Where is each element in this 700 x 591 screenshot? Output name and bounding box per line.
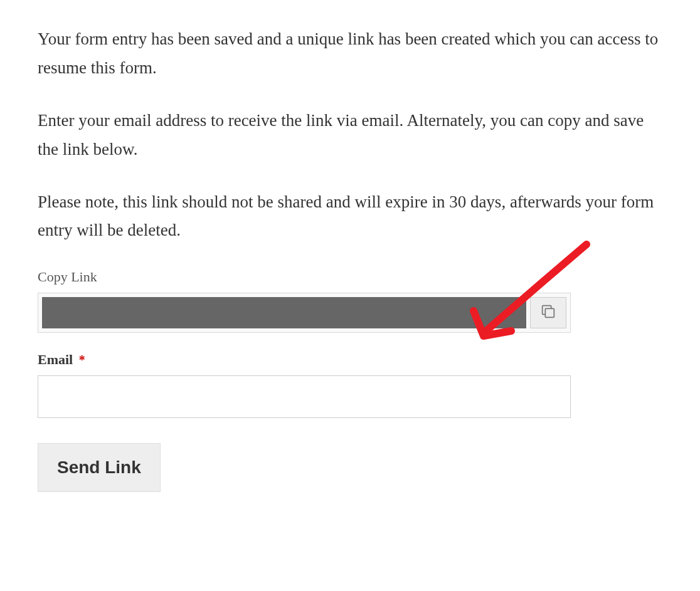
link-preview-redacted[interactable] (42, 297, 526, 328)
intro-paragraph-1: Your form entry has been saved and a uni… (38, 25, 662, 83)
email-field[interactable] (38, 375, 571, 418)
email-group: Email * (38, 352, 662, 418)
intro-paragraph-3: Please note, this link should not be sha… (38, 188, 662, 246)
intro-paragraph-2: Enter your email address to receive the … (38, 107, 662, 164)
svg-rect-0 (545, 309, 554, 318)
copy-link-button[interactable] (530, 297, 566, 328)
copy-link-container (38, 293, 571, 333)
email-label-text: Email (38, 352, 73, 367)
required-asterisk: * (79, 353, 85, 367)
copy-link-label: Copy Link (38, 269, 662, 285)
send-link-button[interactable]: Send Link (38, 443, 161, 492)
email-label: Email * (38, 352, 662, 368)
copy-icon (539, 303, 557, 323)
copy-link-group: Copy Link (38, 269, 662, 333)
